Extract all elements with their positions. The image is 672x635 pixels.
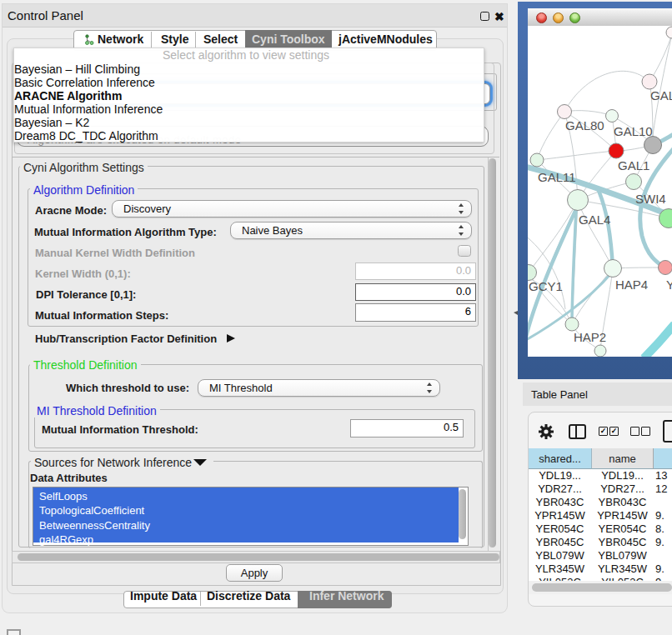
svg-text:GAL1: GAL1 [618,158,649,172]
svg-text:GCY1: GCY1 [529,279,563,293]
svg-text:HAP2: HAP2 [574,330,606,344]
svg-text:GAL4: GAL4 [579,212,610,227]
svg-text:SWI4: SWI4 [635,192,666,206]
svg-text:GAL80: GAL80 [565,118,604,132]
svg-text:GAL11: GAL11 [538,170,576,184]
svg-text:GAL10: GAL10 [614,124,653,138]
svg-text:Y: Y [666,278,672,292]
svg-text:HAP4: HAP4 [615,278,648,292]
svg-text:GAL: GAL [650,88,672,102]
